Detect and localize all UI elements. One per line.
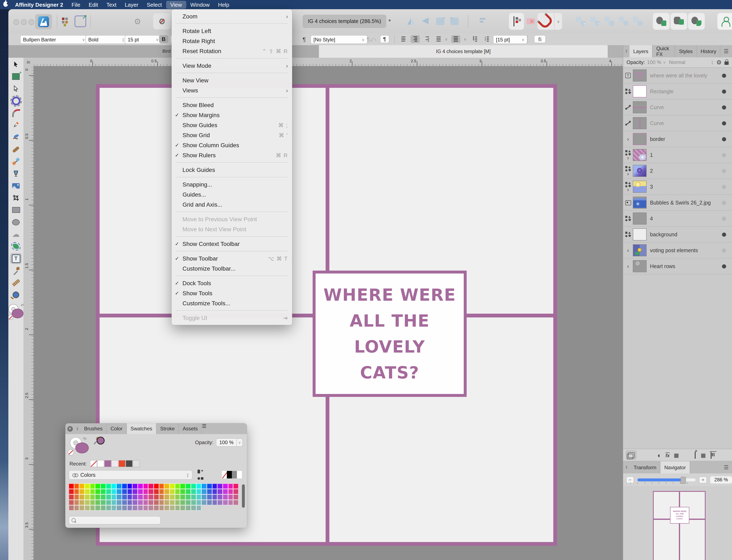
color-swatch[interactable] [85, 489, 90, 494]
text-layer-icon[interactable]: T [623, 73, 633, 78]
node-layer-icon[interactable] [623, 105, 633, 110]
tab-navigator[interactable]: Navigator [660, 461, 690, 473]
color-swatch[interactable] [100, 505, 106, 511]
color-swatch[interactable] [79, 494, 85, 500]
cloud-tool[interactable]: ☁ [10, 229, 22, 240]
image-layer-icon[interactable] [623, 200, 633, 205]
color-swatch[interactable] [69, 489, 74, 494]
color-swatch[interactable] [191, 489, 196, 494]
color-swatch[interactable] [95, 500, 100, 505]
window-close-button[interactable] [13, 19, 19, 25]
color-swatch[interactable] [164, 489, 169, 494]
color-picker-area[interactable] [92, 437, 105, 447]
paragraph-style-select[interactable]: [No Style]∨ [310, 35, 368, 44]
layer-lock-icon[interactable] [724, 61, 729, 65]
color-swatch[interactable] [127, 489, 132, 494]
fill-color-well[interactable] [12, 309, 23, 318]
blend-tool[interactable] [10, 156, 22, 167]
menu-item-new-view[interactable]: New View [172, 75, 292, 85]
color-swatch[interactable] [154, 489, 159, 494]
color-swatch[interactable] [69, 494, 74, 500]
color-swatch[interactable] [116, 494, 122, 500]
color-swatch[interactable] [191, 494, 196, 500]
numbered-list-button[interactable]: 123 [482, 35, 491, 43]
layer-visibility-toggle[interactable] [722, 153, 726, 157]
menubar-item-layer[interactable]: Layer [120, 1, 142, 9]
layer-visibility-toggle[interactable] [722, 248, 726, 252]
color-swatch[interactable] [164, 483, 169, 489]
layer-row[interactable]: Rectangle [623, 84, 732, 100]
swatch-search-input[interactable] [69, 516, 161, 524]
panel-menu-icon[interactable]: ☰ [720, 461, 732, 473]
leading-dropdown[interactable]: ∨ [464, 37, 467, 41]
geometry-subtract-button[interactable] [688, 13, 705, 30]
color-swatch[interactable] [69, 483, 74, 489]
layer-settings-gear-icon[interactable]: ⚙ [716, 59, 722, 66]
layer-visibility-toggle[interactable] [722, 201, 726, 205]
color-swatch[interactable] [175, 483, 180, 489]
color-swatch[interactable] [154, 494, 159, 500]
tab-transform[interactable]: Transform [630, 461, 660, 473]
bold-button[interactable]: B [159, 35, 168, 43]
color-swatch[interactable] [196, 483, 201, 489]
shape-builder-tool[interactable] [10, 241, 22, 252]
menu-item-lock-guides[interactable]: Lock Guides [172, 165, 292, 175]
color-swatch[interactable] [154, 500, 159, 505]
recent-color-chip[interactable] [119, 460, 126, 467]
panel-menu-icon[interactable]: ☰ [720, 45, 732, 57]
menu-item-rotate-right[interactable]: Rotate Right [172, 36, 292, 46]
shapes-chevron-layer-icon[interactable]: › [623, 166, 633, 176]
opacity-value[interactable]: 100 % [647, 59, 661, 65]
color-swatch[interactable] [217, 483, 223, 489]
chevron-layer-icon[interactable]: › [623, 248, 633, 252]
vector-brush-tool[interactable] [10, 144, 22, 155]
tab-brushes[interactable]: Brushes [80, 423, 107, 434]
gray-chip[interactable] [232, 471, 237, 478]
color-swatch[interactable] [132, 500, 138, 505]
color-swatch[interactable] [217, 489, 223, 494]
node-layer-icon[interactable] [623, 120, 633, 126]
color-swatch[interactable] [164, 500, 169, 505]
color-swatch[interactable] [143, 483, 148, 489]
color-swatch[interactable] [143, 489, 148, 494]
color-swatch[interactable] [169, 483, 175, 489]
color-swatch[interactable] [74, 505, 79, 511]
color-swatch[interactable] [196, 489, 201, 494]
color-swatch[interactable] [143, 494, 148, 500]
layer-visibility-toggle[interactable] [722, 121, 726, 125]
menu-item-customize-tools[interactable]: Customize Tools... [172, 298, 292, 308]
layer-row[interactable]: background [623, 227, 732, 243]
grayscale-quick-colors[interactable] [222, 471, 242, 478]
color-swatch[interactable] [95, 505, 100, 511]
menubar-item-edit[interactable]: Edit [85, 1, 102, 9]
boolean-divide-icon[interactable] [619, 16, 629, 27]
color-swatch[interactable] [132, 483, 138, 489]
palette-select[interactable]: Colors ∧∨ [69, 470, 192, 480]
geometry-merge-button[interactable] [671, 13, 687, 30]
layer-row[interactable]: ›3 [623, 179, 732, 195]
color-swatch[interactable] [191, 483, 196, 489]
point-transform-tool[interactable] [10, 95, 22, 106]
tab-history[interactable]: History [697, 45, 720, 57]
color-swatch[interactable] [228, 494, 233, 500]
color-swatch[interactable] [122, 494, 127, 500]
color-swatch[interactable] [111, 494, 116, 500]
fill-color-well[interactable] [75, 442, 89, 453]
menu-item-show-grid[interactable]: Show Grid⌘ ' [172, 130, 292, 140]
color-swatch[interactable] [159, 489, 164, 494]
menu-item-show-context-toolbar[interactable]: ✓Show Context Toolbar [172, 239, 292, 249]
blend-mode-value[interactable]: Normal [669, 59, 685, 65]
color-swatch[interactable] [207, 489, 212, 494]
color-swatch[interactable] [95, 494, 100, 500]
color-swatch[interactable] [175, 494, 180, 500]
color-swatch[interactable] [132, 494, 138, 500]
shapes-chevron-layer-icon[interactable]: › [623, 150, 633, 160]
layer-row[interactable]: Bubbles & Swirls 26_2.jpg [623, 195, 732, 211]
layer-row[interactable]: ›voting post elements [623, 243, 732, 258]
menu-item-show-bleed[interactable]: Show Bleed [172, 100, 292, 110]
panel-handle[interactable]: ‖ [623, 461, 630, 473]
menubar-item-text[interactable]: Text [102, 1, 120, 9]
boolean-add-icon[interactable]: + [576, 16, 586, 27]
menu-item-rotate-left[interactable]: Rotate Left [172, 26, 292, 36]
panel-close-icon[interactable]: ✕ [65, 423, 74, 434]
